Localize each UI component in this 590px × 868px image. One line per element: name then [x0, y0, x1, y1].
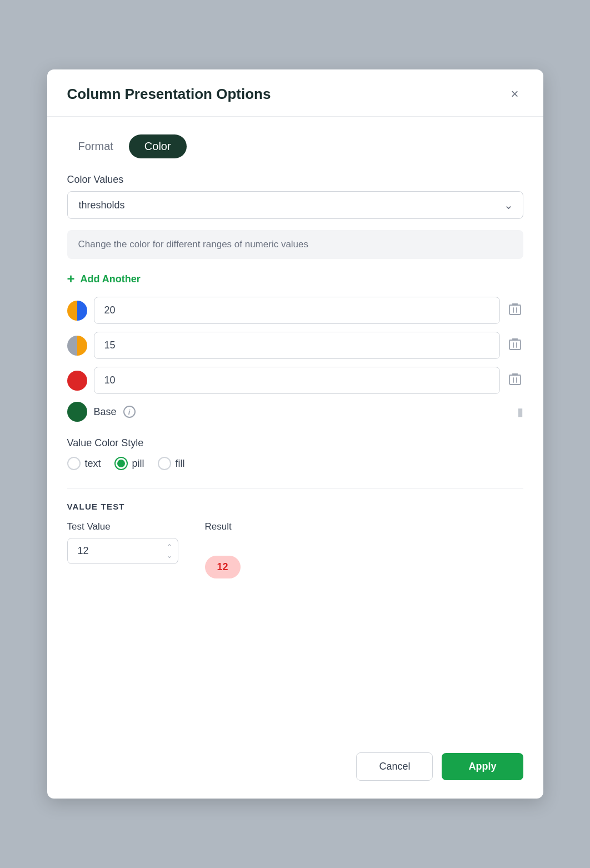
vcs-option-pill[interactable]: pill [114, 457, 144, 470]
modal: Column Presentation Options × Format Col… [47, 69, 543, 799]
apply-button[interactable]: Apply [442, 753, 523, 780]
add-another-label: Add Another [81, 273, 141, 285]
vcs-fill-label: fill [176, 458, 185, 470]
divider [67, 488, 523, 488]
threshold-row [67, 332, 523, 359]
modal-body: Format Color Color Values thresholds sca… [47, 117, 543, 739]
delete-threshold-3[interactable] [507, 370, 523, 391]
color-dot-red[interactable] [67, 371, 87, 391]
vcs-option-text[interactable]: text [67, 457, 101, 470]
modal-title: Column Presentation Options [67, 86, 271, 103]
spinner-up[interactable]: ⌃ [165, 543, 174, 551]
radio-pill-inner [117, 460, 125, 467]
delete-threshold-2[interactable] [507, 335, 523, 356]
color-values-select[interactable]: thresholds scale none [67, 191, 523, 219]
spinner-down[interactable]: ⌄ [165, 552, 174, 560]
threshold-row [67, 367, 523, 394]
base-row: Base i ▮ [67, 402, 523, 422]
color-dot-gold-gray[interactable] [67, 336, 87, 356]
threshold-row [67, 297, 523, 324]
close-button[interactable]: × [506, 85, 523, 103]
threshold-input-3[interactable] [94, 367, 500, 394]
threshold-input-2[interactable] [94, 332, 500, 359]
radio-pill[interactable] [114, 457, 128, 470]
result-pill: 12 [205, 556, 241, 578]
value-test-title: VALUE TEST [67, 502, 523, 511]
modal-header: Column Presentation Options × [47, 69, 543, 117]
color-dot-blue-gold[interactable] [67, 301, 87, 321]
test-value-input[interactable] [67, 538, 178, 564]
radio-text[interactable] [67, 457, 81, 470]
threshold-input-1[interactable] [94, 297, 500, 324]
test-input-wrapper: ⌃ ⌄ [67, 538, 178, 564]
color-values-label: Color Values [67, 174, 523, 186]
cancel-button[interactable]: Cancel [356, 752, 433, 781]
tab-color[interactable]: Color [129, 134, 187, 158]
result-label: Result [205, 521, 241, 532]
modal-footer: Cancel Apply [47, 739, 543, 799]
vcs-options: text pill fill [67, 457, 523, 470]
vcs-label: Value Color Style [67, 437, 523, 449]
add-another-button[interactable]: + Add Another [67, 272, 141, 286]
delete-threshold-1[interactable] [507, 300, 523, 321]
vcs-option-fill[interactable]: fill [158, 457, 185, 470]
color-values-select-wrapper: thresholds scale none ⌄ [67, 191, 523, 219]
value-color-style: Value Color Style text pill fill [67, 437, 523, 470]
svg-rect-1 [509, 340, 521, 350]
result-col: Result 12 [205, 521, 241, 578]
svg-rect-2 [509, 375, 521, 385]
test-row: Test Value ⌃ ⌄ Result 12 [67, 521, 523, 578]
spinner-buttons: ⌃ ⌄ [165, 543, 174, 560]
delete-base-icon: ▮ [517, 405, 523, 418]
test-value-label: Test Value [67, 521, 178, 532]
tab-format[interactable]: Format [67, 134, 124, 158]
radio-fill[interactable] [158, 457, 171, 470]
plus-icon: + [67, 272, 75, 286]
color-dot-green[interactable] [67, 402, 87, 422]
test-value-col: Test Value ⌃ ⌄ [67, 521, 178, 564]
svg-rect-0 [509, 305, 521, 315]
vcs-text-label: text [85, 458, 101, 470]
tabs: Format Color [67, 134, 523, 158]
value-test-section: VALUE TEST Test Value ⌃ ⌄ Result 12 [67, 502, 523, 578]
info-icon[interactable]: i [123, 406, 136, 418]
vcs-pill-label: pill [132, 458, 144, 470]
info-box: Change the color for different ranges of… [67, 230, 523, 259]
base-label: Base [94, 406, 117, 418]
